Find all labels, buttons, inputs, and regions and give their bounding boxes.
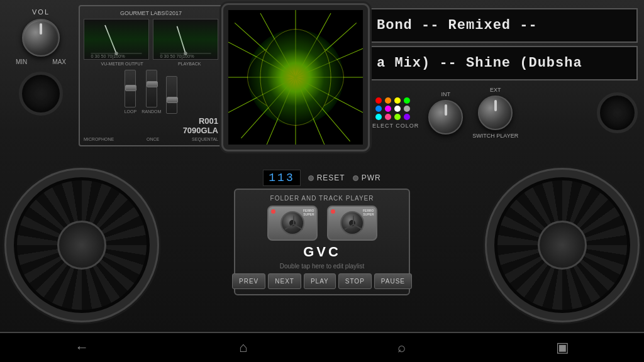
tv-visual — [228, 10, 363, 145]
color-dot-orange[interactable] — [385, 97, 391, 104]
back-button[interactable]: ← — [75, 339, 89, 356]
color-dot-lime[interactable] — [394, 114, 401, 120]
small-speaker-right — [597, 92, 638, 133]
search-button[interactable]: ⌕ — [397, 339, 406, 356]
color-dot-green[interactable] — [404, 97, 410, 104]
ext-knob-group: EXT SWITCH PLAYER — [472, 87, 518, 139]
left-controls: VOL MIN MAX — [6, 5, 75, 163]
ext-label: EXT — [490, 87, 501, 93]
random-label: RANDOM — [142, 109, 161, 114]
knobs-row: SELECT COLOR INT EXT SWITCH PLAYER — [368, 84, 638, 142]
slider-group-2: RANDOM — [142, 70, 161, 114]
svg-line-34 — [345, 224, 353, 229]
player-box: FOLDER AND TRACK PLAYER — [234, 189, 410, 295]
slider-group-3 — [166, 76, 177, 114]
model-id1: R001 — [84, 116, 218, 126]
lcd-display-line2: a Mix) -- Shine (Dubsha — [368, 46, 638, 80]
reset-button[interactable]: RESET — [308, 173, 345, 182]
svg-point-29 — [260, 30, 331, 126]
cassette-label-right: FERROSUPER — [363, 209, 374, 216]
color-dot-pink[interactable] — [385, 114, 391, 120]
color-dot-cyan[interactable] — [375, 114, 382, 120]
playlist-hint[interactable]: Double tap here to edit playlist — [240, 263, 404, 270]
slider-group-1: LOOP — [125, 70, 136, 114]
color-dots-grid — [375, 97, 411, 120]
android-nav-bar: ← ⌂ ⌕ ▣ — [0, 333, 644, 362]
int-knob-group: INT — [428, 91, 463, 134]
stop-button[interactable]: STOP — [338, 273, 372, 289]
small-speaker-left — [19, 72, 63, 116]
int-label: INT — [441, 91, 451, 97]
vu-meter-left: 0 30 50 70|100% — [84, 19, 149, 60]
svg-line-32 — [294, 224, 303, 229]
min-label: MIN — [16, 58, 27, 65]
select-color-label: SELECT COLOR — [368, 123, 419, 129]
color-dot-violet[interactable] — [404, 114, 410, 120]
center-player-area: 113 RESET PWR FOLDER AND TRACK PLAYER — [160, 163, 484, 327]
model-id2: 7090GLA — [84, 126, 218, 135]
switch-player-label: SWITCH PLAYER — [472, 133, 518, 139]
vu-meter-right: 0 30 50 70|100% — [153, 19, 218, 60]
right-display-panel: Bond -- Remixed -- a Mix) -- Shine (Dubs… — [368, 5, 638, 163]
ext-knob[interactable] — [478, 96, 513, 130]
color-dot-magenta[interactable] — [385, 106, 391, 112]
volume-knob[interactable] — [22, 19, 60, 57]
reel-right — [340, 211, 364, 235]
prev-button[interactable]: PREV — [232, 273, 265, 289]
microphone-label: MICROPHONE — [84, 137, 114, 141]
vol-label: VOL — [32, 8, 50, 16]
playback-label: PLAYBACK — [178, 62, 201, 66]
slider-random[interactable] — [146, 70, 157, 107]
loop-label: LOOP — [125, 109, 136, 114]
cassette-label-left: FERROSUPER — [303, 209, 314, 216]
tv-screen-container — [226, 5, 365, 163]
recent-button[interactable]: ▣ — [556, 339, 569, 356]
vu-output-label: VU-METER OUTPUT — [101, 62, 143, 66]
cassette-dot-right — [331, 209, 335, 214]
lcd-text-line2: a Mix) -- Shine (Dubsha — [377, 55, 582, 71]
reel-left — [280, 211, 304, 235]
color-dot-red[interactable] — [375, 97, 382, 104]
transport-controls: PREV NEXT PLAY STOP PAUSE — [240, 273, 404, 289]
cassette-left: FERROSUPER — [267, 206, 318, 241]
speaker-large-left — [6, 170, 157, 321]
play-button[interactable]: PLAY — [304, 273, 336, 289]
vu-meter-panel: GOURMET LABS©2017 0 30 50 70|100% — [79, 5, 223, 163]
lcd-text-line1: Bond -- Remixed -- — [377, 18, 538, 33]
folder-track-label: FOLDER AND TRACK PLAYER — [240, 195, 404, 202]
max-label: MAX — [52, 58, 66, 65]
player-header: 113 RESET PWR — [263, 170, 380, 186]
color-dot-yellow[interactable] — [394, 97, 401, 104]
cassette-dot-left — [271, 209, 275, 214]
track-number: 113 — [263, 170, 300, 186]
home-button[interactable]: ⌂ — [239, 339, 247, 356]
speaker-large-right — [487, 170, 638, 321]
brand-label: GOURMET LABS©2017 — [84, 10, 218, 16]
once-label: ONCE — [147, 137, 159, 141]
pwr-button[interactable]: PWR — [353, 173, 381, 182]
color-dot-white[interactable] — [394, 106, 401, 112]
cassette-right: FERROSUPER — [327, 206, 377, 241]
color-dot-gray[interactable] — [404, 106, 410, 112]
gvc-label: GVC — [240, 244, 404, 260]
svg-line-31 — [285, 224, 294, 229]
int-knob[interactable] — [428, 100, 463, 134]
pause-button[interactable]: PAUSE — [374, 273, 412, 289]
lcd-display-line1: Bond -- Remixed -- — [368, 8, 638, 43]
cassette-area: FERROSUPER FERROSUPER — [240, 206, 404, 241]
tv-screen — [223, 5, 368, 150]
slider-3[interactable] — [166, 76, 177, 114]
color-dot-blue[interactable] — [375, 106, 382, 112]
sequential-label: SEQUENTAL — [192, 137, 218, 141]
slider-vu[interactable] — [125, 70, 136, 107]
boombox-body: VOL MIN MAX GOURMET LABS©2017 0 30 — [0, 0, 644, 333]
boombox-middle: 113 RESET PWR FOLDER AND TRACK PLAYER — [0, 163, 644, 327]
color-selector: SELECT COLOR — [368, 97, 419, 129]
svg-line-35 — [353, 224, 362, 229]
next-button[interactable]: NEXT — [268, 273, 301, 289]
